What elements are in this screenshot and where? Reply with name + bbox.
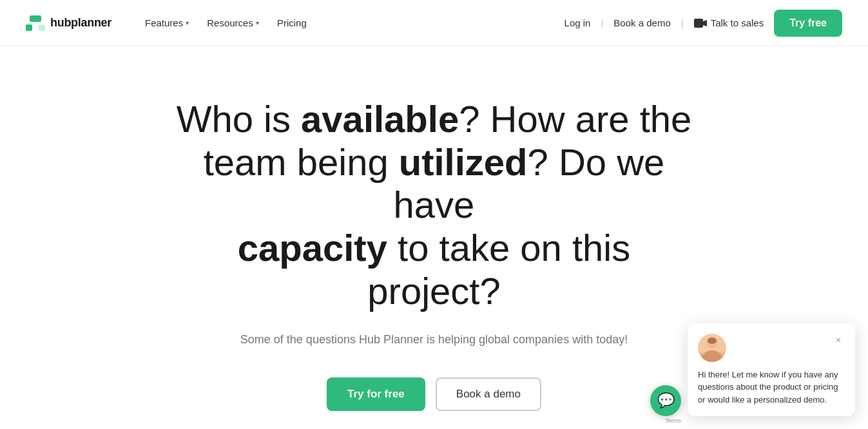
- nav-login[interactable]: Log in: [564, 17, 591, 28]
- nav-links: Features ▾ Resources ▾ Pricing: [137, 12, 564, 33]
- svg-point-4: [700, 350, 724, 362]
- terms-text: Terms: [666, 417, 682, 424]
- svg-point-7: [708, 338, 717, 344]
- hero-subtitle: Some of the questions Hub Planner is hel…: [170, 333, 699, 347]
- hero-title-bold2: utilized: [399, 141, 528, 183]
- video-icon: [694, 19, 707, 28]
- nav-try-free-button[interactable]: Try free: [774, 10, 842, 37]
- chat-widget: × Hi there! Let me know if you have any …: [688, 323, 855, 417]
- nav-divider-1: |: [601, 17, 603, 28]
- svg-rect-0: [694, 19, 703, 28]
- hero-buttons: Try for free Book a demo: [170, 377, 699, 411]
- chat-avatar: [698, 334, 726, 362]
- hero-section: Who is available? How are theteam being …: [144, 46, 724, 429]
- hero-title: Who is available? How are theteam being …: [170, 98, 699, 312]
- navbar: hubplanner Features ▾ Resources ▾ Pricin…: [0, 0, 868, 46]
- logo-text: hubplanner: [50, 16, 111, 30]
- nav-divider-2: |: [681, 17, 684, 28]
- chat-header: ×: [698, 334, 845, 362]
- svg-marker-1: [703, 20, 707, 26]
- nav-right: Log in | Book a demo | Talk to sales Try…: [564, 10, 842, 37]
- resources-chevron-icon: ▾: [256, 19, 259, 26]
- features-chevron-icon: ▾: [186, 19, 189, 26]
- nav-book-demo[interactable]: Book a demo: [613, 17, 670, 28]
- hero-title-part4: to take on this project?: [367, 227, 630, 312]
- chat-bubble-button[interactable]: 💬: [650, 385, 681, 416]
- chat-bubble-icon: 💬: [657, 392, 675, 409]
- hero-title-bold1: available: [301, 98, 459, 140]
- chat-message: Hi there! Let me know if you have any qu…: [698, 368, 845, 406]
- hero-title-bold3: capacity: [238, 227, 387, 269]
- logo-link[interactable]: hubplanner: [26, 15, 111, 31]
- nav-features[interactable]: Features ▾: [137, 12, 197, 33]
- nav-resources[interactable]: Resources ▾: [199, 12, 267, 33]
- logo-icon: [26, 15, 45, 31]
- nav-talk-to-sales[interactable]: Talk to sales: [694, 17, 764, 28]
- chat-close-button[interactable]: ×: [832, 334, 845, 347]
- book-a-demo-button[interactable]: Book a demo: [436, 377, 541, 411]
- hero-title-part1: Who is: [177, 98, 301, 140]
- chat-avatar-face: [698, 334, 726, 362]
- nav-pricing[interactable]: Pricing: [269, 12, 314, 33]
- try-for-free-button[interactable]: Try for free: [327, 377, 425, 411]
